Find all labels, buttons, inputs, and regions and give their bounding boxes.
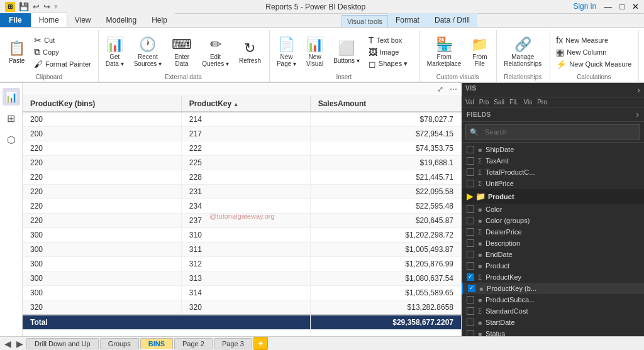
- sign-in-link[interactable]: Sign in: [573, 2, 596, 11]
- field-checkbox-unitprice[interactable]: [467, 180, 474, 187]
- field-item-productsubca[interactable]: ■ ProductSubca...: [462, 294, 644, 305]
- edit-queries-btn[interactable]: ✏ EditQueries ▾: [197, 33, 233, 71]
- field-checkbox-productkey-bins[interactable]: [468, 285, 475, 292]
- field-item-color[interactable]: ■ Color: [462, 204, 644, 215]
- col-header-key[interactable]: ProductKey: [181, 96, 310, 112]
- cut-btn[interactable]: ✂ Cut: [31, 35, 94, 46]
- field-checkbox-description[interactable]: [467, 239, 474, 247]
- field-item-productkey-bins[interactable]: ■ ProductKey (b...: [462, 283, 644, 294]
- field-item-dealerprice[interactable]: Σ DealerPrice: [462, 226, 644, 238]
- field-item-unitprice[interactable]: Σ UnitPrice: [462, 178, 644, 189]
- table-expand-btn[interactable]: ⤢: [435, 84, 445, 94]
- tab-modeling[interactable]: Modeling: [98, 13, 144, 27]
- copy-btn[interactable]: ⧉ Copy: [31, 46, 94, 58]
- field-checkbox-startdate[interactable]: [467, 319, 474, 326]
- field-item-productkey[interactable]: Σ ProductKey: [462, 271, 644, 283]
- field-item-product[interactable]: ■ Product: [462, 260, 644, 271]
- new-column-icon: ▦: [556, 47, 564, 57]
- tab-nav-left[interactable]: ◀: [3, 339, 13, 349]
- maximize-btn[interactable]: □: [619, 2, 625, 11]
- field-checkbox-productsubca[interactable]: [467, 296, 474, 304]
- tab-drill-down[interactable]: Drill Down and Up: [26, 338, 99, 349]
- col-header-bins[interactable]: ProductKey (bins): [23, 96, 181, 112]
- ribbon-group-clipboard: 📋 Paste ✂ Cut ⧉ Copy 🖌 Format Painter Cl…: [3, 30, 99, 82]
- field-checkbox-standardcost[interactable]: [467, 307, 474, 315]
- vis-expand-icon[interactable]: ›: [637, 85, 640, 95]
- fields-label: FIELDS: [467, 111, 491, 118]
- close-btn[interactable]: ✕: [632, 2, 639, 11]
- format-painter-btn[interactable]: 🖌 Format Painter: [31, 58, 94, 70]
- fields-expand-icon[interactable]: ›: [636, 109, 639, 119]
- text-box-icon: T: [369, 35, 374, 45]
- refresh-btn[interactable]: ↻ Refresh: [235, 33, 265, 71]
- title-bar: ⊞ 💾 ↩ ↪ ▾ Reports 5 - Power BI Desktop S…: [0, 0, 644, 14]
- field-item-totalproduct[interactable]: Σ TotalProductC...: [462, 167, 644, 178]
- field-checkbox-totalproduct[interactable]: [467, 168, 474, 176]
- tab-home[interactable]: Home: [31, 13, 67, 27]
- sidebar-icon-reports[interactable]: 📊: [3, 88, 20, 106]
- table-row: 220225$19,688.1: [23, 156, 462, 170]
- tab-add-btn[interactable]: +: [253, 337, 269, 350]
- text-box-btn[interactable]: T Text box: [365, 35, 416, 46]
- tab-help[interactable]: Help: [144, 13, 175, 27]
- image-btn[interactable]: 🖼 Image: [365, 46, 416, 58]
- field-checkbox-enddate[interactable]: [467, 251, 474, 258]
- field-item-description[interactable]: ■ Description: [462, 238, 644, 249]
- new-page-btn[interactable]: 📄 NewPage ▾: [272, 33, 301, 71]
- tab-groups[interactable]: Groups: [100, 338, 139, 349]
- field-checkbox-taxamt[interactable]: [467, 157, 474, 165]
- enter-data-btn[interactable]: ⌨ EnterData: [167, 33, 196, 71]
- new-quick-measure-btn[interactable]: ⚡ New Quick Measure: [553, 58, 635, 70]
- sidebar-icon-data[interactable]: ⊞: [3, 109, 20, 127]
- tab-bins[interactable]: BINS: [140, 338, 173, 349]
- new-column-btn[interactable]: ▦ New Column: [553, 46, 635, 58]
- field-checkbox-color[interactable]: [467, 205, 474, 213]
- sidebar-icon-model[interactable]: ⬡: [3, 131, 20, 148]
- get-data-btn[interactable]: 📊 GetData ▾: [101, 33, 128, 71]
- field-checkbox-product[interactable]: [467, 262, 474, 270]
- shapes-btn[interactable]: ◻ Shapes ▾: [365, 58, 416, 70]
- field-item-taxamt[interactable]: Σ TaxAmt: [462, 155, 644, 167]
- buttons-btn[interactable]: ⬜ Buttons ▾: [329, 33, 364, 71]
- field-checkbox-productkey[interactable]: [467, 273, 474, 281]
- table-menu-btn[interactable]: ⋯: [448, 84, 459, 94]
- tab-data-drill[interactable]: Data / Drill: [427, 13, 477, 27]
- field-type-status: ■: [478, 331, 482, 337]
- marketplace-icon: 🏪: [436, 36, 453, 53]
- field-item-shipdate[interactable]: ■ ShipDate: [462, 144, 644, 155]
- data-area: ⤢ ⋯ @tutorialgateway.org ProductKey (bin…: [23, 83, 462, 336]
- tab-format[interactable]: Format: [388, 13, 427, 27]
- field-type-color: ■: [478, 206, 482, 213]
- tab-page3[interactable]: Page 3: [214, 338, 252, 349]
- tab-view[interactable]: View: [67, 13, 99, 27]
- ribbon-group-external-data: 📊 GetData ▾ 🕐 RecentSources ▾ ⌨ EnterDat…: [100, 30, 270, 82]
- field-item-status[interactable]: ■ Status: [462, 328, 644, 336]
- field-item-colorgroups[interactable]: ■ Color (groups): [462, 215, 644, 226]
- minimize-btn[interactable]: —: [604, 2, 612, 11]
- col-header-amount[interactable]: SalesAmount: [310, 96, 461, 112]
- tab-nav-right[interactable]: ▶: [14, 339, 25, 349]
- manage-relationships-btn[interactable]: 🔗 ManageRelationships: [499, 33, 546, 71]
- recent-sources-btn[interactable]: 🕐 RecentSources ▾: [130, 33, 166, 71]
- tab-file[interactable]: File: [0, 13, 31, 27]
- field-checkbox-colorgroups[interactable]: [467, 217, 474, 224]
- from-file-btn[interactable]: 📁 FromFile: [467, 33, 492, 71]
- new-quick-measure-icon: ⚡: [556, 59, 567, 69]
- field-checkbox-dealerprice[interactable]: [467, 228, 474, 236]
- field-checkbox-shipdate[interactable]: [467, 146, 474, 153]
- field-item-startdate[interactable]: ■ StartDate: [462, 317, 644, 328]
- table-scroll-area[interactable]: @tutorialgateway.org ProductKey (bins) P…: [23, 96, 462, 336]
- new-visual-btn[interactable]: 📊 NewVisual: [302, 33, 328, 71]
- paste-btn[interactable]: 📋 Paste: [4, 33, 30, 71]
- vis-item-pro: Pro: [479, 99, 489, 106]
- field-group-product[interactable]: ▶ 📁 Product: [462, 189, 644, 204]
- field-checkbox-status[interactable]: [467, 330, 474, 336]
- field-item-enddate[interactable]: ■ EndDate: [462, 249, 644, 260]
- tab-page2[interactable]: Page 2: [174, 338, 213, 349]
- fields-search-input[interactable]: [481, 126, 563, 138]
- title-bar-controls[interactable]: Sign in — □ ✕: [573, 2, 639, 11]
- field-item-standardcost[interactable]: Σ StandardCost: [462, 305, 644, 317]
- new-measure-btn[interactable]: fx New Measure: [553, 35, 635, 46]
- from-marketplace-btn[interactable]: 🏪 FromMarketplace: [423, 33, 465, 71]
- publish-btn[interactable]: 📤 Publish: [641, 33, 644, 71]
